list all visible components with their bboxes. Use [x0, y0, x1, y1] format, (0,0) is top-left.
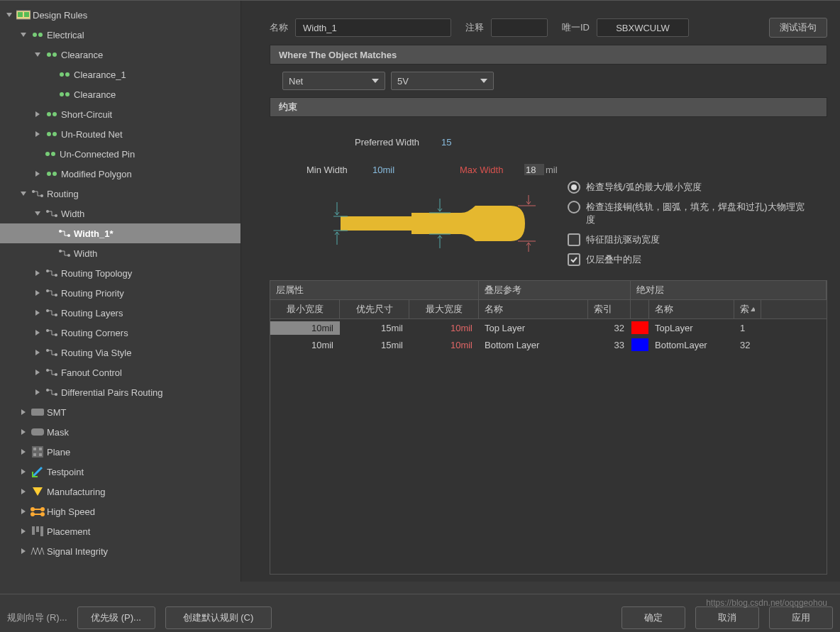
max-width-value-box[interactable]: mil — [524, 163, 558, 176]
tree-fanout[interactable]: Fanout Control — [0, 362, 241, 382]
tree-testpoint[interactable]: Testpoint — [0, 462, 241, 482]
tree-short-circuit[interactable]: Short-Circuit — [0, 104, 241, 124]
option-impedance[interactable]: 特征阻抗驱动宽度 — [568, 233, 813, 246]
tree-label: Placement — [47, 526, 90, 537]
rule-icon — [57, 89, 72, 100]
svg-point-12 — [52, 112, 57, 116]
name-field[interactable]: Width_1 — [295, 18, 451, 37]
cancel-button[interactable]: 取消 — [695, 606, 759, 629]
cell-pref[interactable]: 15mil — [340, 338, 409, 352]
col-header[interactable]: 最大宽度 — [409, 300, 479, 318]
collapse-icon[interactable] — [33, 348, 43, 357]
tree-clearance[interactable]: Clearance — [0, 45, 241, 65]
layer-table[interactable]: 层属性 叠层参考 绝对层 最小宽度 优先尺寸 最大宽度 名称 索引 名称 索 1… — [270, 280, 827, 575]
table-row[interactable]: 10mil 15mil 10mil Top Layer 32 TopLayer … — [270, 319, 827, 336]
group-header: 叠层参考 — [479, 281, 631, 299]
collapse-icon[interactable] — [18, 506, 28, 516]
cell-min[interactable]: 10mil — [270, 338, 340, 352]
apply-button[interactable]: 应用 — [769, 606, 833, 629]
cell-max[interactable]: 10mil — [409, 338, 479, 352]
tree-routing-corners[interactable]: Routing Corners — [0, 323, 241, 343]
col-header[interactable]: 优先尺寸 — [340, 300, 409, 318]
svg-point-3 — [33, 33, 37, 37]
radio-icon[interactable] — [568, 181, 580, 194]
tree-electrical[interactable]: Electrical — [0, 25, 241, 45]
collapse-icon[interactable] — [33, 169, 43, 179]
cell-layer-name: Bottom Layer — [479, 338, 588, 352]
table-col-header[interactable]: 最小宽度 优先尺寸 最大宽度 名称 索引 名称 索 — [270, 300, 827, 319]
tree-unconnected[interactable]: Un-Connected Pin — [0, 144, 241, 164]
tree-routing-priority[interactable]: Routing Priority — [0, 283, 241, 303]
expand-icon[interactable] — [33, 50, 43, 60]
tree-width[interactable]: Width — [0, 204, 241, 223]
collapse-icon[interactable] — [18, 447, 28, 457]
collapse-icon[interactable] — [18, 407, 28, 417]
expand-icon[interactable] — [4, 10, 14, 20]
tree-smt[interactable]: SMT — [0, 402, 241, 422]
tree-modified-polygon[interactable]: Modified Polygon — [0, 164, 241, 184]
tree-label: Design Rules — [33, 10, 87, 21]
option-check-track-arc[interactable]: 检查导线/弧的最大/最小宽度 — [568, 181, 813, 194]
tree-routing-via[interactable]: Routing Via Style — [0, 343, 241, 362]
ok-button[interactable]: 确定 — [621, 606, 685, 629]
checkbox-icon[interactable] — [568, 253, 580, 266]
wizard-link[interactable]: 规则向导 (R)... — [7, 611, 67, 629]
tree-width-2[interactable]: Width — [0, 243, 241, 263]
collapse-icon[interactable] — [33, 288, 43, 298]
collapse-icon[interactable] — [18, 546, 28, 556]
tree-highspeed[interactable]: High Speed — [0, 501, 241, 521]
collapse-icon[interactable] — [33, 367, 43, 377]
col-header[interactable]: 最小宽度 — [270, 300, 340, 318]
table-row[interactable]: 10mil 15mil 10mil Bottom Layer 33 Bottom… — [270, 336, 827, 353]
create-default-button[interactable]: 创建默认规则 (C) — [165, 606, 272, 629]
tree-placement[interactable]: Placement — [0, 521, 241, 541]
tree-diffpair[interactable]: Differential Pairs Routing — [0, 382, 241, 402]
option-stack-layers[interactable]: 仅层叠中的层 — [568, 253, 813, 266]
expand-icon[interactable] — [18, 30, 28, 40]
priority-button[interactable]: 优先级 (P)... — [77, 606, 155, 629]
tree-width-1[interactable]: Width_1* — [0, 223, 241, 243]
collapse-icon[interactable] — [18, 427, 28, 437]
cell-swatch — [631, 337, 649, 353]
tree-mask[interactable]: Mask — [0, 422, 241, 442]
checkbox-icon[interactable] — [568, 233, 580, 246]
tree-design-rules[interactable]: Design Rules — [0, 5, 241, 25]
col-header[interactable]: 索引 — [588, 300, 631, 318]
query-value-dropdown[interactable]: 5V — [391, 72, 494, 90]
cell-pref[interactable]: 15mil — [340, 321, 409, 335]
cell-max[interactable]: 10mil — [409, 321, 479, 335]
collapse-icon[interactable] — [18, 487, 28, 497]
collapse-icon[interactable] — [33, 109, 43, 119]
expand-icon[interactable] — [33, 209, 43, 218]
collapse-icon[interactable] — [33, 328, 43, 338]
max-width-input[interactable] — [524, 163, 545, 176]
tree-plane[interactable]: Plane — [0, 442, 241, 462]
comment-field[interactable] — [491, 18, 548, 37]
tree-manufacturing[interactable]: Manufacturing — [0, 482, 241, 501]
tree-routing[interactable]: Routing — [0, 184, 241, 204]
test-query-button[interactable]: 测试语句 — [769, 18, 827, 38]
collapse-icon[interactable] — [33, 387, 43, 397]
tree-unrouted[interactable]: Un-Routed Net — [0, 124, 241, 144]
radio-icon[interactable] — [568, 201, 580, 214]
tree-clearance-1[interactable]: Clearance_1 — [0, 65, 241, 84]
expand-icon[interactable] — [18, 189, 28, 199]
collapse-icon[interactable] — [33, 308, 43, 318]
collapse-icon[interactable] — [18, 467, 28, 477]
option-check-copper[interactable]: 检查连接铜(线轨，圆弧，填充，焊盘和过孔)大物理宽度 — [568, 201, 813, 226]
tree-routing-topology[interactable]: Routing Topology — [0, 263, 241, 283]
col-header[interactable]: 名称 — [649, 300, 734, 318]
collapse-icon[interactable] — [33, 268, 43, 278]
tree-routing-layers[interactable]: Routing Layers — [0, 303, 241, 323]
tree-label: Clearance — [61, 50, 103, 60]
col-header[interactable]: 索 — [734, 300, 761, 318]
tree-label: Routing — [47, 189, 79, 199]
cell-min[interactable]: 10mil — [270, 321, 340, 335]
query-type-dropdown[interactable]: Net — [282, 72, 385, 90]
rules-tree[interactable]: Design Rules Electrical Clearance Cleara… — [0, 1, 241, 582]
tree-signal-integrity[interactable]: Signal Integrity — [0, 541, 241, 561]
col-header[interactable]: 名称 — [479, 300, 588, 318]
collapse-icon[interactable] — [18, 526, 28, 536]
tree-clearance-2[interactable]: Clearance — [0, 84, 241, 104]
collapse-icon[interactable] — [33, 129, 43, 139]
